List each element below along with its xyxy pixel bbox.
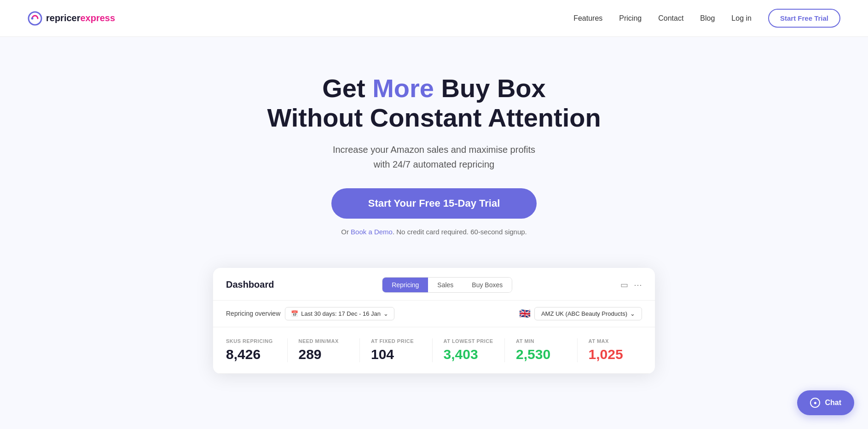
overview-right: 🇬🇧 AMZ UK (ABC Beauty Products) ⌄ <box>519 307 642 320</box>
chevron-down-icon: ⌄ <box>383 310 388 317</box>
dashboard-header: Dashboard Repricing Sales Buy Boxes ▭ ⋯ <box>213 268 655 301</box>
nav-login[interactable]: Log in <box>731 14 752 22</box>
chat-button[interactable]: ● Chat <box>797 390 854 415</box>
hero-cta-button[interactable]: Start Your Free 15-Day Trial <box>331 188 537 219</box>
date-range-text: Last 30 days: 17 Dec - 16 Jan <box>301 310 381 317</box>
nav-links: Features Pricing Contact Blog Log in Sta… <box>573 9 840 28</box>
nav-start-trial-button[interactable]: Start Free Trial <box>768 9 840 28</box>
date-range-button[interactable]: 📅 Last 30 days: 17 Dec - 16 Jan ⌄ <box>285 307 394 320</box>
store-chevron-icon: ⌄ <box>630 310 635 317</box>
store-selector-button[interactable]: AMZ UK (ABC Beauty Products) ⌄ <box>534 307 642 320</box>
svg-point-0 <box>29 12 41 25</box>
logo-icon <box>28 11 42 26</box>
more-options-icon[interactable]: ⋯ <box>634 280 642 290</box>
tab-sales[interactable]: Sales <box>428 278 463 292</box>
svg-point-1 <box>31 17 34 19</box>
dashboard-title: Dashboard <box>226 279 274 290</box>
uk-flag-icon: 🇬🇧 <box>519 308 531 319</box>
store-name: AMZ UK (ABC Beauty Products) <box>541 310 627 317</box>
dashboard-icons: ▭ ⋯ <box>620 280 642 290</box>
navbar: repricerexpress Features Pricing Contact… <box>0 0 868 37</box>
hero-sub-text: Or Book a Demo. No credit card required.… <box>9 228 859 236</box>
logo: repricerexpress <box>28 11 115 26</box>
nav-features[interactable]: Features <box>573 14 602 22</box>
stat-at-lowest-price: AT LOWEST PRICE 3,403 <box>433 338 505 362</box>
nav-contact[interactable]: Contact <box>658 14 683 22</box>
book-demo-link[interactable]: Book a Demo <box>351 228 393 236</box>
calendar-icon: 📅 <box>291 310 298 317</box>
hero-subtext: Increase your Amazon sales and maximise … <box>9 142 859 172</box>
dashboard-wrapper: Dashboard Repricing Sales Buy Boxes ▭ ⋯ … <box>0 259 868 374</box>
stat-at-min: AT MIN 2,530 <box>505 338 578 362</box>
chat-label: Chat <box>825 399 841 407</box>
dashboard-tabs: Repricing Sales Buy Boxes <box>382 277 512 293</box>
hero-headline: Get More Buy Box Without Constant Attent… <box>9 74 859 133</box>
stats-row: SKUS REPRICING 8,426 NEED MIN/MAX 289 AT… <box>213 327 655 374</box>
dashboard-card: Dashboard Repricing Sales Buy Boxes ▭ ⋯ … <box>213 268 655 374</box>
nav-pricing[interactable]: Pricing <box>619 14 642 22</box>
dashboard-overview-row: Repricing overview 📅 Last 30 days: 17 De… <box>213 301 655 327</box>
chat-icon: ● <box>810 398 820 408</box>
stat-skus-repricing: SKUS REPRICING 8,426 <box>226 338 288 362</box>
stat-at-max: AT MAX 1,025 <box>578 338 642 362</box>
overview-left: Repricing overview 📅 Last 30 days: 17 De… <box>226 307 394 320</box>
overview-label: Repricing overview <box>226 310 280 317</box>
hero-section: Get More Buy Box Without Constant Attent… <box>0 37 868 259</box>
monitor-icon[interactable]: ▭ <box>620 280 628 290</box>
brand-name: repricerexpress <box>46 13 115 23</box>
stat-need-min-max: NEED MIN/MAX 289 <box>288 338 360 362</box>
tab-buy-boxes[interactable]: Buy Boxes <box>463 278 512 292</box>
tab-repricing[interactable]: Repricing <box>382 278 428 292</box>
stat-at-fixed-price: AT FIXED PRICE 104 <box>360 338 433 362</box>
nav-blog[interactable]: Blog <box>700 14 715 22</box>
